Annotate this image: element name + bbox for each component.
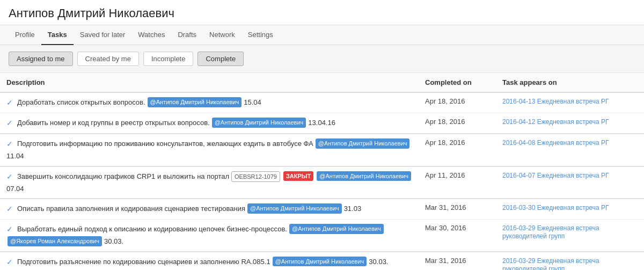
task-completed-date: Mar 31, 2016	[419, 252, 496, 271]
task-completed-date: Apr 18, 2016	[419, 134, 496, 166]
task-extra: 07.04	[6, 184, 24, 194]
issue-tag[interactable]: OEBSR12-1079	[231, 171, 280, 183]
col-header-completed: Completed on	[419, 73, 496, 92]
mention-tag[interactable]: @Антипов Дмитрий Николаевич	[273, 257, 367, 267]
task-description-cell: ✓Добавить номер и код группы в реестр от…	[0, 113, 419, 134]
task-extra: 11.04	[6, 151, 24, 162]
check-icon: ✓	[6, 97, 13, 108]
filter-complete[interactable]: Complete	[197, 52, 244, 66]
mention-tag[interactable]: @Антипов Дмитрий Николаевич	[247, 203, 342, 214]
task-text: Описать правила заполнения и кодирования…	[17, 203, 245, 214]
table-row: ✓Добавить номер и код группы в реестр от…	[0, 113, 644, 134]
task-appears-link[interactable]: 2016-04-08 Ежедневная встреча РГ	[502, 139, 609, 147]
table-row: ✓Подготовить информацию по проживанию ко…	[0, 134, 644, 166]
mention-tag[interactable]: @Антипов Дмитрий Николаевич	[289, 224, 384, 234]
page-header: Антипов Дмитрий Николаевич Profile Tasks…	[0, 0, 644, 45]
task-description-cell: ✓Описать правила заполнения и кодировани…	[0, 199, 419, 220]
task-text: Подготовить информацию по проживанию кон…	[17, 138, 313, 149]
mention-tag[interactable]: @Антипов Дмитрий Николаевич	[212, 118, 306, 128]
tab-saved-for-later[interactable]: Saved for later	[74, 25, 132, 45]
mention-tag[interactable]: @Антипов Дмитрий Николаевич	[316, 138, 410, 149]
task-completed-date: Apr 18, 2016	[419, 92, 496, 113]
task-extra: 13.04.16	[308, 118, 335, 128]
table-row: ✓Завершить консолидацию графиков CRP1 и …	[0, 166, 644, 199]
table-row: ✓Доработать список открытых вопросов. @А…	[0, 92, 644, 113]
filter-incomplete[interactable]: Incomplete	[143, 52, 194, 66]
task-appears-on: 2016-03-30 Ежедневная встреча РГ	[496, 199, 644, 220]
page-title: Антипов Дмитрий Николаевич	[9, 6, 635, 20]
task-text: Добавить номер и код группы в реестр отк…	[17, 118, 210, 128]
task-appears-link[interactable]: 2016-04-12 Ежедневная встреча РГ	[502, 118, 609, 126]
check-icon: ✓	[6, 171, 13, 183]
task-appears-on: 2016-03-29 Ежедневная встреча руководите…	[496, 252, 644, 271]
task-extra: 15.04	[244, 97, 261, 108]
task-appears-on: 2016-04-12 Ежедневная встреча РГ	[496, 113, 644, 134]
task-text: Подготовить разъяснение по кодированию с…	[17, 257, 270, 267]
task-description-cell: ✓Завершить консолидацию графиков CRP1 и …	[0, 166, 419, 199]
task-appears-link[interactable]: 2016-03-30 Ежедневная встреча РГ	[502, 204, 609, 211]
task-description-cell: ✓Подготовить разъяснение по кодированию …	[0, 252, 419, 271]
task-appears-on: 2016-04-08 Ежедневная встреча РГ	[496, 134, 644, 166]
task-appears-link[interactable]: 2016-04-07 Ежедневная встреча РГ	[502, 172, 609, 179]
task-appears-link[interactable]: 2016-03-29 Ежедневная встреча руководите…	[502, 224, 599, 240]
check-icon: ✓	[6, 118, 13, 129]
task-completed-date: Apr 18, 2016	[419, 113, 496, 134]
table-row: ✓Подготовить разъяснение по кодированию …	[0, 252, 644, 271]
task-appears-on: 2016-04-07 Ежедневная встреча РГ	[496, 166, 644, 199]
tab-settings[interactable]: Settings	[241, 25, 280, 45]
task-appears-link[interactable]: 2016-03-29 Ежедневная встреча руководите…	[502, 257, 599, 271]
tab-drafts[interactable]: Drafts	[171, 25, 203, 45]
mention-tag-2[interactable]: @Якорев Роман Александрович	[8, 236, 102, 246]
filter-created-by-me[interactable]: Created by me	[77, 52, 139, 66]
task-appears-on: 2016-04-13 Ежедневная встреча РГ	[496, 92, 644, 113]
task-table: Description Completed on Task appears on…	[0, 73, 644, 270]
task-text: Доработать список открытых вопросов.	[17, 97, 145, 108]
task-completed-date: Mar 31, 2016	[419, 199, 496, 220]
task-completed-date: Apr 11, 2016	[419, 166, 496, 199]
check-icon: ✓	[6, 224, 13, 235]
tab-profile[interactable]: Profile	[9, 25, 41, 45]
status-tag: ЗАКРЫТ	[283, 171, 313, 181]
check-icon: ✓	[6, 203, 13, 215]
col-header-appears: Task appears on	[496, 73, 644, 92]
mention-tag[interactable]: @Антипов Дмитрий Николаевич	[317, 171, 411, 181]
task-appears-on: 2016-03-29 Ежедневная встреча руководите…	[496, 220, 644, 252]
task-description-cell: ✓Выработать единый подход к описанию и к…	[0, 220, 419, 252]
tab-tasks[interactable]: Tasks	[41, 25, 74, 45]
check-icon: ✓	[6, 257, 13, 268]
tab-watches[interactable]: Watches	[131, 25, 171, 45]
tab-network[interactable]: Network	[203, 25, 241, 45]
task-extra: 30.03.	[369, 257, 388, 267]
check-icon: ✓	[6, 138, 13, 150]
task-completed-date: Mar 30, 2016	[419, 220, 496, 252]
filter-assigned-to-me[interactable]: Assigned to me	[9, 52, 73, 66]
filter-bar: Assigned to me Created by me Incomplete …	[0, 45, 644, 73]
table-row: ✓Описать правила заполнения и кодировани…	[0, 199, 644, 220]
task-description-cell: ✓Подготовить информацию по проживанию ко…	[0, 134, 419, 166]
task-text: Выработать единый подход к описанию и ко…	[17, 224, 287, 235]
col-header-description: Description	[0, 73, 419, 92]
table-row: ✓Выработать единый подход к описанию и к…	[0, 220, 644, 252]
task-description-cell: ✓Доработать список открытых вопросов. @А…	[0, 92, 419, 113]
task-text: Завершить консолидацию графиков CRP1 и в…	[17, 171, 229, 182]
mention-tag[interactable]: @Антипов Дмитрий Николаевич	[148, 97, 242, 107]
task-extra: 30.03.	[104, 236, 123, 247]
task-appears-link[interactable]: 2016-04-13 Ежедневная встреча РГ	[502, 98, 609, 105]
nav-tabs: Profile Tasks Saved for later Watches Dr…	[0, 25, 644, 45]
task-extra: 31.03	[344, 203, 362, 214]
